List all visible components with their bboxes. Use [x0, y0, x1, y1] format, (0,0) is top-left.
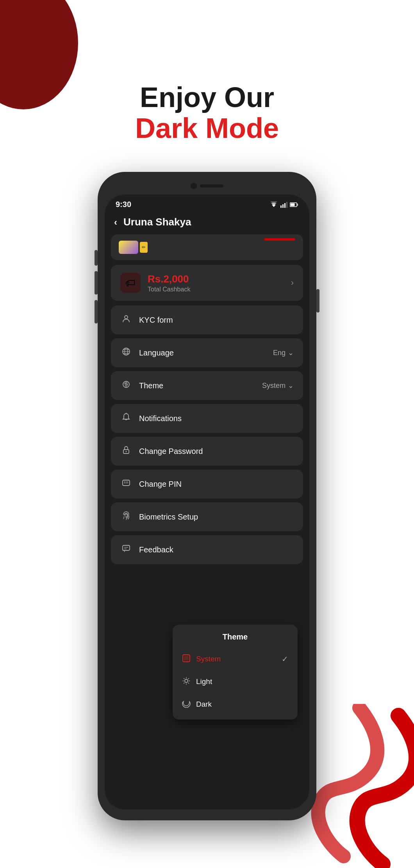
theme-value: System ⌄ [262, 381, 294, 390]
change-pin-label: Change PIN [139, 480, 182, 489]
theme-dropdown: Theme System ✓ [173, 625, 298, 720]
fingerprint-icon [120, 511, 132, 523]
svg-point-10 [125, 316, 128, 319]
language-label: Language [139, 348, 174, 357]
phone-body: 9:30 [98, 172, 316, 820]
theme-left: Theme [120, 380, 163, 391]
theme-icon [120, 380, 132, 391]
hero-line2: Dark Mode [0, 113, 414, 144]
svg-rect-5 [284, 203, 286, 208]
cashback-info: 🏷 Rs.2,000 Total Cashback [120, 273, 190, 293]
avatar-card [119, 241, 138, 254]
change-password-left: Change Password [120, 445, 203, 457]
lock-icon [120, 445, 132, 457]
svg-rect-3 [280, 205, 282, 208]
kyc-icon [120, 314, 132, 326]
feedback-menu-item[interactable]: Feedback [111, 535, 303, 564]
biometrics-label: Biometrics Setup [139, 513, 198, 522]
screen-content: ✏ 🏷 Rs.2,000 Total Cashback › [105, 234, 309, 568]
notification-icon [120, 413, 132, 424]
svg-rect-9 [297, 204, 298, 206]
change-password-label: Change Password [139, 447, 203, 456]
language-menu-item[interactable]: Language Eng ⌄ [111, 338, 303, 367]
svg-rect-30 [123, 545, 130, 550]
system-theme-label: System [196, 655, 221, 663]
camera-dot [191, 183, 197, 189]
dark-theme-icon [182, 699, 191, 709]
svg-rect-6 [286, 202, 287, 208]
system-theme-icon [182, 654, 191, 664]
language-icon [120, 347, 132, 359]
battery-icon [290, 202, 298, 207]
profile-card-strip [264, 238, 295, 241]
dark-theme-label: Dark [196, 700, 212, 709]
theme-option-system-left: System [182, 654, 221, 664]
light-theme-label: Light [196, 677, 212, 686]
theme-label: Theme [139, 381, 163, 390]
change-pin-left: Change PIN [120, 478, 182, 490]
svg-rect-4 [282, 204, 284, 208]
status-bar: 9:30 [105, 195, 309, 212]
theme-option-light[interactable]: Light [173, 670, 298, 693]
avatar-card2: ✏ [140, 242, 148, 253]
theme-menu-item[interactable]: Theme System ⌄ [111, 371, 303, 400]
profile-card: ✏ [111, 234, 303, 260]
biometrics-menu-item[interactable]: Biometrics Setup [111, 502, 303, 531]
kyc-menu-item[interactable]: KYC form [111, 305, 303, 334]
status-time: 9:30 [116, 200, 131, 209]
theme-option-light-left: Light [182, 677, 212, 687]
svg-line-43 [184, 683, 185, 684]
cashback-icon: 🏷 [120, 273, 141, 293]
feedback-left: Feedback [120, 544, 173, 555]
svg-rect-8 [291, 203, 295, 206]
svg-point-29 [127, 481, 128, 482]
language-current: Eng [273, 349, 286, 357]
pin-icon [120, 478, 132, 490]
profile-avatar: ✏ [119, 241, 148, 254]
volume-buttons [95, 250, 98, 323]
svg-point-22 [126, 451, 127, 452]
svg-point-26 [127, 482, 128, 484]
svg-point-19 [127, 384, 128, 385]
cashback-card[interactable]: 🏷 Rs.2,000 Total Cashback › [111, 265, 303, 301]
kyc-label: KYC form [139, 316, 173, 325]
phone-mockup: 9:30 [98, 172, 316, 820]
notifications-menu-item[interactable]: Notifications [111, 404, 303, 433]
svg-point-35 [185, 679, 188, 682]
svg-marker-2 [270, 202, 277, 204]
status-icons [269, 202, 298, 208]
theme-option-system[interactable]: System ✓ [173, 648, 298, 670]
language-value: Eng ⌄ [273, 348, 294, 357]
svg-point-18 [127, 382, 127, 383]
light-theme-icon [182, 677, 191, 687]
notifications-left: Notifications [120, 413, 182, 424]
language-left: Language [120, 347, 174, 359]
theme-option-dark[interactable]: Dark [173, 693, 298, 716]
change-password-menu-item[interactable]: Change Password [111, 437, 303, 466]
svg-line-42 [188, 679, 189, 679]
hero-line1: Enjoy Our [0, 82, 414, 113]
system-theme-check: ✓ [282, 654, 288, 664]
svg-point-27 [124, 481, 125, 482]
svg-line-40 [184, 679, 185, 679]
svg-line-41 [188, 683, 189, 684]
screen-header: ‹ Uruna Shakya [105, 212, 309, 234]
dropdown-title: Theme [173, 632, 298, 641]
svg-point-28 [126, 481, 127, 482]
signal-icon [280, 202, 287, 208]
svg-rect-34 [184, 656, 189, 661]
screen-title: Uruna Shakya [123, 216, 191, 228]
cashback-details: Rs.2,000 Total Cashback [148, 273, 190, 293]
biometrics-left: Biometrics Setup [120, 511, 198, 523]
kyc-left: KYC form [120, 314, 173, 326]
cashback-amount: Rs.2,000 [148, 273, 190, 285]
hero-section: Enjoy Our Dark Mode [0, 82, 414, 144]
cashback-label: Total Cashback [148, 286, 190, 293]
theme-current: System [262, 382, 286, 390]
phone-screen: 9:30 [105, 195, 309, 809]
cashback-chevron: › [291, 278, 294, 288]
change-pin-menu-item[interactable]: Change PIN [111, 470, 303, 498]
back-button[interactable]: ‹ [114, 217, 117, 228]
feedback-label: Feedback [139, 545, 173, 554]
feedback-icon [120, 544, 132, 555]
